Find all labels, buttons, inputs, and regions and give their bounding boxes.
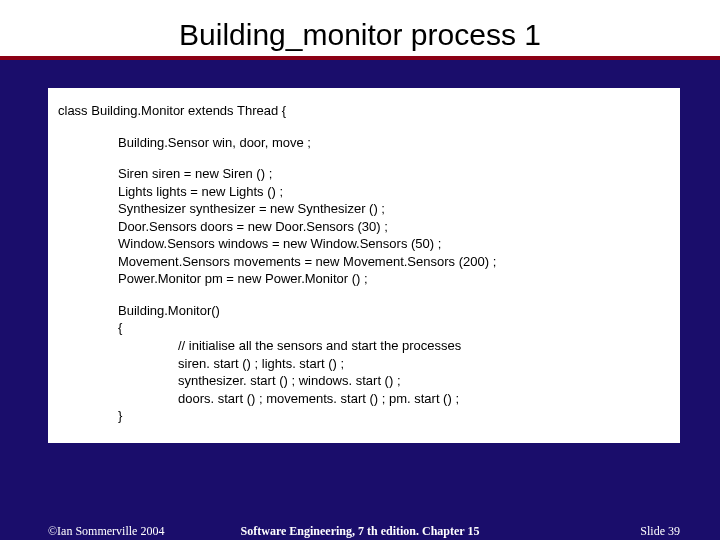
code-line: Siren siren = new Siren () ; [118,165,670,183]
code-line: Movement.Sensors movements = new Movemen… [118,253,670,271]
code-line: // initialise all the sensors and start … [178,337,670,355]
code-line: doors. start () ; movements. start () ; … [178,390,670,408]
title-spacer [0,60,720,88]
code-line: class Building.Monitor extends Thread { [58,102,670,120]
footer-slide-number: Slide 39 [640,524,680,539]
code-box: class Building.Monitor extends Thread { … [48,88,680,443]
code-line: } [118,407,670,425]
code-line: { [118,319,670,337]
code-line: Lights lights = new Lights () ; [118,183,670,201]
code-line: Power.Monitor pm = new Power.Monitor () … [118,270,670,288]
footer-book-title: Software Engineering, 7 th edition. Chap… [0,524,720,539]
code-line: Building.Sensor win, door, move ; [118,134,670,152]
code-line: synthesizer. start () ; windows. start (… [178,372,670,390]
code-line: Synthesizer synthesizer = new Synthesize… [118,200,670,218]
code-line: Building.Monitor() [118,302,670,320]
slide: Building_monitor process 1 class Buildin… [0,0,720,540]
slide-title: Building_monitor process 1 [0,0,720,56]
code-line: siren. start () ; lights. start () ; [178,355,670,373]
code-line: Door.Sensors doors = new Door.Sensors (3… [118,218,670,236]
code-line: Window.Sensors windows = new Window.Sens… [118,235,670,253]
